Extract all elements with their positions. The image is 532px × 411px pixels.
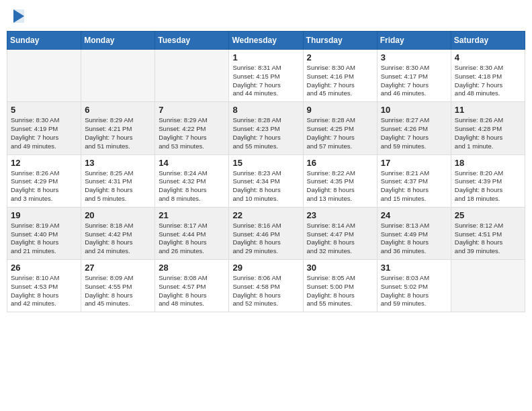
- day-number: 24: [381, 210, 447, 220]
- day-info: Sunrise: 8:21 AM Sunset: 4:37 PM Dayligh…: [381, 169, 447, 203]
- day-number: 30: [307, 263, 373, 273]
- calendar-cell: 26Sunrise: 8:10 AM Sunset: 4:53 PM Dayli…: [7, 260, 81, 312]
- calendar-cell: 14Sunrise: 8:24 AM Sunset: 4:32 PM Dayli…: [155, 154, 229, 207]
- day-info: Sunrise: 8:09 AM Sunset: 4:55 PM Dayligh…: [85, 274, 151, 308]
- day-info: Sunrise: 8:06 AM Sunset: 4:58 PM Dayligh…: [232, 274, 299, 308]
- calendar-cell: 23Sunrise: 8:14 AM Sunset: 4:47 PM Dayli…: [303, 207, 377, 259]
- page-header: [7, 7, 525, 26]
- day-info: Sunrise: 8:24 AM Sunset: 4:32 PM Dayligh…: [159, 169, 225, 203]
- day-number: 16: [307, 158, 373, 168]
- day-number: 19: [11, 210, 77, 220]
- day-info: Sunrise: 8:10 AM Sunset: 4:53 PM Dayligh…: [11, 274, 77, 308]
- day-number: 13: [85, 158, 151, 168]
- days-of-week-row: SundayMondayTuesdayWednesdayThursdayFrid…: [7, 32, 525, 50]
- day-info: Sunrise: 8:25 AM Sunset: 4:31 PM Dayligh…: [85, 169, 151, 203]
- day-number: 14: [159, 158, 225, 168]
- calendar-table: SundayMondayTuesdayWednesdayThursdayFrid…: [7, 31, 525, 312]
- day-info: Sunrise: 8:28 AM Sunset: 4:23 PM Dayligh…: [232, 116, 299, 150]
- calendar-cell: 2Sunrise: 8:30 AM Sunset: 4:16 PM Daylig…: [303, 50, 377, 102]
- day-info: Sunrise: 8:18 AM Sunset: 4:42 PM Dayligh…: [85, 222, 151, 256]
- calendar-cell: 5Sunrise: 8:30 AM Sunset: 4:19 PM Daylig…: [7, 102, 81, 154]
- day-number: 28: [159, 263, 225, 273]
- calendar-cell: 25Sunrise: 8:12 AM Sunset: 4:51 PM Dayli…: [451, 207, 525, 259]
- calendar-cell: 10Sunrise: 8:27 AM Sunset: 4:26 PM Dayli…: [377, 102, 451, 154]
- day-number: 26: [11, 263, 77, 273]
- calendar-cell: 11Sunrise: 8:26 AM Sunset: 4:28 PM Dayli…: [451, 102, 525, 154]
- calendar-cell: [81, 50, 155, 102]
- calendar-cell: 21Sunrise: 8:17 AM Sunset: 4:44 PM Dayli…: [155, 207, 229, 259]
- day-info: Sunrise: 8:30 AM Sunset: 4:16 PM Dayligh…: [307, 64, 373, 98]
- day-info: Sunrise: 8:13 AM Sunset: 4:49 PM Dayligh…: [381, 222, 447, 256]
- calendar-cell: 12Sunrise: 8:26 AM Sunset: 4:29 PM Dayli…: [7, 154, 81, 207]
- day-info: Sunrise: 8:03 AM Sunset: 5:02 PM Dayligh…: [381, 274, 447, 308]
- week-row-2: 5Sunrise: 8:30 AM Sunset: 4:19 PM Daylig…: [7, 102, 525, 154]
- day-info: Sunrise: 8:22 AM Sunset: 4:35 PM Dayligh…: [307, 169, 373, 203]
- day-of-week-thursday: Thursday: [303, 32, 377, 50]
- calendar-cell: 16Sunrise: 8:22 AM Sunset: 4:35 PM Dayli…: [303, 154, 377, 207]
- calendar-cell: 31Sunrise: 8:03 AM Sunset: 5:02 PM Dayli…: [377, 260, 451, 312]
- day-number: 18: [455, 158, 521, 168]
- calendar-cell: 13Sunrise: 8:25 AM Sunset: 4:31 PM Dayli…: [81, 154, 155, 207]
- day-info: Sunrise: 8:29 AM Sunset: 4:22 PM Dayligh…: [159, 116, 225, 150]
- day-info: Sunrise: 8:16 AM Sunset: 4:46 PM Dayligh…: [232, 222, 299, 256]
- calendar-cell: 20Sunrise: 8:18 AM Sunset: 4:42 PM Dayli…: [81, 207, 155, 259]
- calendar-cell: 27Sunrise: 8:09 AM Sunset: 4:55 PM Dayli…: [81, 260, 155, 312]
- day-info: Sunrise: 8:30 AM Sunset: 4:18 PM Dayligh…: [455, 64, 521, 98]
- day-number: 27: [85, 263, 151, 273]
- calendar-cell: 29Sunrise: 8:06 AM Sunset: 4:58 PM Dayli…: [229, 260, 303, 312]
- day-of-week-saturday: Saturday: [451, 32, 525, 50]
- day-number: 11: [455, 105, 521, 115]
- day-of-week-tuesday: Tuesday: [155, 32, 229, 50]
- day-number: 23: [307, 210, 373, 220]
- day-number: 7: [159, 105, 225, 115]
- day-info: Sunrise: 8:31 AM Sunset: 4:15 PM Dayligh…: [232, 64, 299, 98]
- day-info: Sunrise: 8:19 AM Sunset: 4:40 PM Dayligh…: [11, 222, 77, 256]
- day-info: Sunrise: 8:26 AM Sunset: 4:29 PM Dayligh…: [11, 169, 77, 203]
- calendar-cell: 30Sunrise: 8:05 AM Sunset: 5:00 PM Dayli…: [303, 260, 377, 312]
- calendar-cell: 15Sunrise: 8:23 AM Sunset: 4:34 PM Dayli…: [229, 154, 303, 207]
- day-number: 21: [159, 210, 225, 220]
- day-number: 2: [307, 52, 373, 62]
- day-info: Sunrise: 8:30 AM Sunset: 4:19 PM Dayligh…: [11, 116, 77, 150]
- day-info: Sunrise: 8:08 AM Sunset: 4:57 PM Dayligh…: [159, 274, 225, 308]
- logo: [9, 7, 26, 26]
- day-number: 10: [381, 105, 447, 115]
- calendar-cell: 22Sunrise: 8:16 AM Sunset: 4:46 PM Dayli…: [229, 207, 303, 259]
- calendar-cell: [155, 50, 229, 102]
- calendar-cell: 17Sunrise: 8:21 AM Sunset: 4:37 PM Dayli…: [377, 154, 451, 207]
- day-info: Sunrise: 8:28 AM Sunset: 4:25 PM Dayligh…: [307, 116, 373, 150]
- day-info: Sunrise: 8:17 AM Sunset: 4:44 PM Dayligh…: [159, 222, 225, 256]
- day-info: Sunrise: 8:12 AM Sunset: 4:51 PM Dayligh…: [455, 222, 521, 256]
- day-number: 4: [455, 52, 521, 62]
- week-row-3: 12Sunrise: 8:26 AM Sunset: 4:29 PM Dayli…: [7, 154, 525, 207]
- calendar-cell: [451, 260, 525, 312]
- day-number: 6: [85, 105, 151, 115]
- week-row-5: 26Sunrise: 8:10 AM Sunset: 4:53 PM Dayli…: [7, 260, 525, 312]
- day-of-week-friday: Friday: [377, 32, 451, 50]
- calendar-cell: 4Sunrise: 8:30 AM Sunset: 4:18 PM Daylig…: [451, 50, 525, 102]
- calendar-cell: 19Sunrise: 8:19 AM Sunset: 4:40 PM Dayli…: [7, 207, 81, 259]
- calendar-cell: 3Sunrise: 8:30 AM Sunset: 4:17 PM Daylig…: [377, 50, 451, 102]
- calendar-cell: 9Sunrise: 8:28 AM Sunset: 4:25 PM Daylig…: [303, 102, 377, 154]
- logo-icon: [11, 7, 26, 26]
- day-info: Sunrise: 8:05 AM Sunset: 5:00 PM Dayligh…: [307, 274, 373, 308]
- calendar-cell: 1Sunrise: 8:31 AM Sunset: 4:15 PM Daylig…: [229, 50, 303, 102]
- day-number: 9: [307, 105, 373, 115]
- day-info: Sunrise: 8:14 AM Sunset: 4:47 PM Dayligh…: [307, 222, 373, 256]
- calendar-cell: 24Sunrise: 8:13 AM Sunset: 4:49 PM Dayli…: [377, 207, 451, 259]
- day-number: 20: [85, 210, 151, 220]
- day-number: 1: [232, 52, 299, 62]
- day-number: 25: [455, 210, 521, 220]
- calendar-cell: [7, 50, 81, 102]
- calendar-cell: 28Sunrise: 8:08 AM Sunset: 4:57 PM Dayli…: [155, 260, 229, 312]
- week-row-4: 19Sunrise: 8:19 AM Sunset: 4:40 PM Dayli…: [7, 207, 525, 259]
- day-number: 15: [232, 158, 299, 168]
- day-number: 5: [11, 105, 77, 115]
- day-number: 22: [232, 210, 299, 220]
- day-info: Sunrise: 8:23 AM Sunset: 4:34 PM Dayligh…: [232, 169, 299, 203]
- day-number: 3: [381, 52, 447, 62]
- day-number: 8: [232, 105, 299, 115]
- day-info: Sunrise: 8:20 AM Sunset: 4:39 PM Dayligh…: [455, 169, 521, 203]
- day-of-week-monday: Monday: [81, 32, 155, 50]
- day-number: 29: [232, 263, 299, 273]
